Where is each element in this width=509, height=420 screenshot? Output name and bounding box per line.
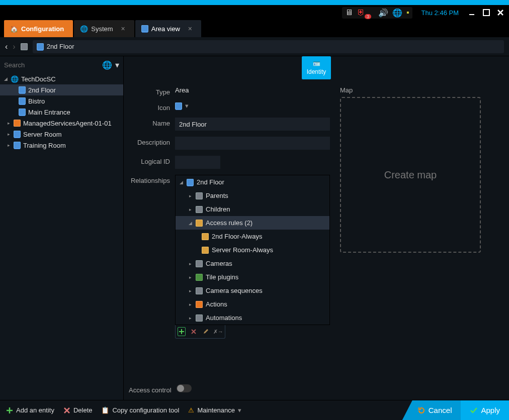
rel-label: Children [206,205,230,213]
delete-relationship-button[interactable] [190,327,198,336]
refresh-icon[interactable]: 🌐 [102,60,112,70]
button-label: Add an entity [16,406,54,414]
close-icon[interactable]: × [121,25,125,33]
rel-cameras[interactable]: ▸ Cameras [176,257,329,270]
forward-button[interactable]: › [13,42,15,51]
close-icon[interactable]: × [188,25,192,33]
icon-dropdown[interactable]: ▾ [175,102,330,110]
edit-relationship-button[interactable] [202,327,210,336]
relationships-toolbar: ✗→ [175,325,225,339]
add-entity-button[interactable]: Add an entity [6,406,54,414]
action-icon [196,301,203,308]
create-map-button[interactable]: Create map [340,97,481,253]
tree-label: TechDocSC [21,75,56,83]
area-icon [14,142,21,149]
cancel-button[interactable]: Cancel [402,400,461,420]
chevron-down-icon: ▾ [238,406,241,414]
close-button[interactable] [496,8,505,17]
rel-access-rules[interactable]: ◢ Access rules (2) [176,216,329,230]
tray-icon: 🖥 [345,8,353,17]
plugin-icon [196,274,203,281]
rel-automations[interactable]: ▸ Automations [176,311,329,325]
logical-id-label: Logical ID [129,156,175,165]
rel-tile-plugins[interactable]: ▸ Tile plugins [176,270,329,284]
rel-rule-2[interactable]: Server Room-Always [176,243,329,257]
filter-icon[interactable]: ▾ [115,60,119,70]
area-icon [19,86,26,93]
area-icon [19,109,26,116]
access-rule-icon [202,233,209,240]
tree-item-managed-services[interactable]: ▸ ManagedServicesAgent-01-01 [0,118,123,129]
area-icon [187,179,194,186]
tree-label: Bistro [28,97,45,105]
rel-parents[interactable]: ▸ Parents [176,189,329,202]
system-tray: 🖥 ⛨ 3 🔊 🌐 ▪ [342,7,412,19]
rel-label: Cameras [206,260,232,267]
bottom-bar: Add an entity Delete 📋 Copy configuratio… [0,400,509,420]
type-value: Area [175,86,330,94]
tree-label: Server Room [23,131,62,138]
goto-relationship-button[interactable]: ✗→ [214,327,223,336]
access-control-toggle[interactable] [177,384,192,392]
list-icon[interactable] [21,43,28,50]
access-rule-icon [196,220,203,227]
button-label: Cancel [429,406,452,414]
tab-label: Area view [151,25,180,33]
shield-icon[interactable]: ⛨ [357,8,365,17]
button-label: Delete [73,406,93,414]
button-label: Maintenance [197,406,234,414]
tab-configuration[interactable]: 🏠 Configuration [4,20,73,37]
tree-label: Training Room [23,142,66,149]
clock: Thu 2:46 PM [421,9,459,17]
svg-rect-0 [469,14,474,15]
icon-label: Icon [129,102,175,112]
breadcrumb[interactable]: 2nd Floor [33,40,504,53]
maximize-button[interactable] [482,8,491,17]
rel-children[interactable]: ▸ Children [176,202,329,216]
rel-actions[interactable]: ▸ Actions [176,297,329,311]
delete-button[interactable]: Delete [63,406,93,414]
notification-badge: 3 [365,14,371,19]
search-input[interactable] [4,61,99,69]
button-label: Apply [481,406,500,414]
button-label: Copy configuration tool [112,406,179,414]
map-placeholder: Create map [384,169,437,181]
globe-icon[interactable]: 🌐 [392,8,402,18]
chevron-down-icon: ▾ [185,102,189,110]
identity-tab[interactable]: 🪪 Identity [302,56,331,79]
tab-system[interactable]: 🌐 System × [74,20,134,37]
rel-rule-1[interactable]: 2nd Floor-Always [176,230,329,243]
logical-id-input[interactable] [175,156,220,169]
rel-label: Server Room-Always [212,246,273,254]
name-input[interactable] [175,118,330,131]
rel-label: Automations [206,314,242,322]
apply-button[interactable]: Apply [461,400,509,420]
rel-root[interactable]: ◢ 2nd Floor [176,175,329,189]
tree-item-training-room[interactable]: ▸ Training Room [0,140,123,151]
svg-rect-1 [483,10,489,16]
tree-item-server-room[interactable]: ▸ Server Room [0,129,123,140]
maintenance-button[interactable]: ⚠ Maintenance ▾ [188,406,241,414]
folder-icon [196,192,203,199]
tree-label: Main Entrance [28,109,70,116]
relationships-tree: ◢ 2nd Floor ▸ Parents ▸ Children [175,175,330,325]
type-label: Type [129,86,175,96]
rel-camera-sequences[interactable]: ▸ Camera sequences [176,284,329,297]
description-label: Description [129,137,175,146]
tab-area-view[interactable]: Area view × [135,20,201,37]
volume-icon[interactable]: 🔊 [378,8,388,18]
tree-item-2nd-floor[interactable]: 2nd Floor [0,84,123,95]
add-relationship-button[interactable] [178,327,186,336]
description-input[interactable] [175,137,330,150]
copy-config-button[interactable]: 📋 Copy configuration tool [101,406,179,414]
taskbar-icon[interactable]: ▪ [406,8,409,17]
tree-label: ManagedServicesAgent-01-01 [23,120,112,127]
tab-strip: 🏠 Configuration 🌐 System × Area view × [0,20,509,37]
back-button[interactable]: ‹ [5,42,8,51]
tree-root[interactable]: ◢ 🌐 TechDocSC [0,73,123,84]
plugin-icon [14,120,21,127]
tree-item-bistro[interactable]: Bistro [0,95,123,107]
tree-item-main-entrance[interactable]: Main Entrance [0,107,123,118]
globe-icon: 🌐 [11,75,19,83]
minimize-button[interactable] [468,8,477,17]
